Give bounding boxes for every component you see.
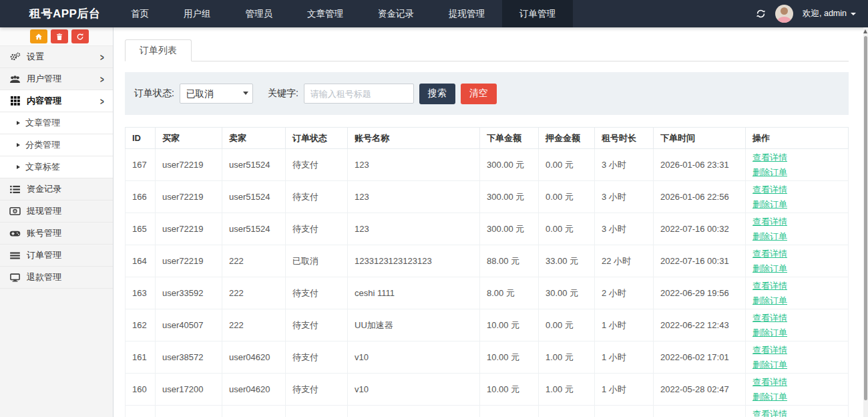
- delete-order-link[interactable]: 删除订单: [752, 229, 841, 243]
- scrollbar-thumb[interactable]: [864, 36, 867, 400]
- view-detail-link[interactable]: 查看详情: [752, 247, 841, 261]
- cell-amount: 10.00 元: [480, 374, 539, 406]
- view-detail-link[interactable]: 查看详情: [752, 375, 841, 389]
- top-navbar: 租号APP后台 首页 用户组 管理员 文章管理 资金记录 提现管理 订单管理: [0, 0, 868, 27]
- sidebar-item-article-management[interactable]: 文章管理: [0, 112, 113, 134]
- cell-deposit: 30.00 元: [539, 277, 595, 309]
- cell-status: 待支付: [286, 213, 348, 245]
- cell-status: 待支付: [286, 277, 348, 309]
- sidebar-item-order-management[interactable]: 订单管理: [0, 245, 113, 267]
- clear-button[interactable]: 清空: [461, 84, 497, 104]
- trash-button[interactable]: [51, 29, 68, 43]
- sidebar-item-label: 文章管理: [25, 117, 60, 129]
- user-menu[interactable]: 欢迎, admin: [803, 8, 856, 19]
- keyword-label: 关键字:: [268, 88, 298, 100]
- cell-account: 123: [348, 149, 480, 181]
- nav-item-admins[interactable]: 管理员: [228, 0, 290, 27]
- recycle-button[interactable]: [71, 29, 89, 43]
- sidebar-item-account-management[interactable]: 账号管理: [0, 223, 113, 245]
- cell-buyer: user72219: [156, 245, 222, 277]
- view-detail-link[interactable]: 查看详情: [752, 215, 841, 229]
- keyword-input[interactable]: [304, 84, 414, 104]
- cell-time: 2022-07-16 00:31: [654, 245, 746, 277]
- nav-item-funds[interactable]: 资金记录: [361, 0, 431, 27]
- cell-actions: 查看详情 删除订单: [746, 406, 849, 417]
- cell-buyer: [156, 406, 222, 417]
- cell-id: 161: [126, 341, 156, 374]
- cell-seller: 222: [222, 277, 286, 309]
- view-detail-link[interactable]: 查看详情: [752, 150, 841, 164]
- cell-account: 123: [348, 181, 480, 213]
- avatar[interactable]: [775, 5, 793, 23]
- nav-item-user-groups[interactable]: 用户组: [166, 0, 228, 27]
- delete-order-link[interactable]: 删除订单: [752, 293, 841, 307]
- table-row: 162 user40507 222 待支付 UU加速器 10.00 元 0.00…: [126, 309, 849, 341]
- cell-status: 待支付: [286, 341, 348, 374]
- view-detail-link[interactable]: 查看详情: [752, 343, 841, 357]
- cell-deposit: 33.00 元: [539, 245, 595, 277]
- cell-buyer: user38572: [156, 341, 222, 374]
- order-status-select[interactable]: 已取消: [180, 84, 253, 104]
- view-detail-link[interactable]: 查看详情: [752, 407, 841, 417]
- sidebar-menu: 设置 > 用户管理 >: [0, 46, 113, 289]
- col-header-deposit: 押金金额: [539, 128, 595, 149]
- scroll-up-arrow-icon[interactable]: [863, 29, 867, 33]
- desktop-icon: [9, 273, 21, 282]
- cell-amount: [480, 406, 539, 417]
- col-header-actions: 操作: [746, 128, 849, 149]
- scrollbar[interactable]: [863, 27, 868, 417]
- cell-actions: 查看详情 删除订单: [746, 245, 849, 277]
- cell-seller: user51524: [222, 149, 286, 181]
- nav-item-orders[interactable]: 订单管理: [502, 0, 573, 27]
- cell-duration: 1 小时: [595, 341, 654, 374]
- col-header-account: 账号名称: [348, 128, 480, 149]
- delete-order-link[interactable]: 删除订单: [752, 197, 841, 211]
- delete-order-link[interactable]: 删除订单: [752, 358, 841, 372]
- cell-id: 162: [126, 309, 156, 341]
- delete-order-link[interactable]: 删除订单: [752, 261, 841, 275]
- sidebar-item-content-management[interactable]: 内容管理 >: [0, 90, 113, 112]
- home-button[interactable]: [30, 29, 47, 43]
- search-button[interactable]: 搜索: [419, 84, 455, 104]
- cell-amount: 88.00 元: [480, 245, 539, 277]
- cell-buyer: user40507: [156, 309, 222, 341]
- cell-buyer: user72219: [156, 213, 222, 245]
- refresh-icon[interactable]: [756, 9, 766, 19]
- sidebar-item-settings[interactable]: 设置 >: [0, 46, 113, 68]
- cell-time: 2026-01-06 23:31: [654, 149, 746, 181]
- tab-order-list[interactable]: 订单列表: [125, 39, 192, 61]
- sidebar-item-article-tags[interactable]: 文章标签: [0, 156, 113, 178]
- nav-item-withdrawals[interactable]: 提现管理: [431, 0, 502, 27]
- table-row: 160 user17200 user04620 待支付 v10 10.00 元 …: [126, 374, 849, 406]
- cell-id: 164: [126, 245, 156, 277]
- cell-amount: 300.00 元: [480, 181, 539, 213]
- chevron-right-icon: >: [100, 73, 104, 84]
- sidebar-item-category-management[interactable]: 分类管理: [0, 134, 113, 156]
- cell-duration: 3 小时: [595, 149, 654, 181]
- orders-table-wrap: ID 买家 卖家 订单状态 账号名称 下单金额 押金金额 租号时长 下单时间 操…: [125, 127, 849, 417]
- view-detail-link[interactable]: 查看详情: [752, 279, 841, 293]
- chevron-right-icon: >: [100, 95, 104, 106]
- delete-order-link[interactable]: 删除订单: [752, 165, 841, 179]
- view-detail-link[interactable]: 查看详情: [752, 311, 841, 325]
- gears-icon: [9, 52, 21, 61]
- cell-seller: user04620: [222, 341, 286, 374]
- table-row: 166 user72219 user51524 待支付 123 300.00 元…: [126, 181, 849, 213]
- sidebar-item-user-management[interactable]: 用户管理 >: [0, 68, 113, 90]
- cell-seller: [222, 406, 286, 417]
- cell-buyer: user17200: [156, 374, 222, 406]
- sidebar-item-label: 设置: [27, 51, 44, 63]
- sidebar-item-fund-records[interactable]: 资金记录: [0, 178, 113, 200]
- cell-time: 2022-06-02 17:01: [654, 341, 746, 374]
- sidebar-item-withdrawal-management[interactable]: 提现管理: [0, 200, 113, 223]
- cell-actions: 查看详情 删除订单: [746, 213, 849, 245]
- view-detail-link[interactable]: 查看详情: [752, 182, 841, 196]
- sidebar-item-label: 提现管理: [27, 205, 61, 217]
- nav-item-articles[interactable]: 文章管理: [290, 0, 361, 27]
- money-icon: [9, 207, 21, 215]
- sidebar-item-refund-management[interactable]: 退款管理: [0, 267, 113, 289]
- delete-order-link[interactable]: 删除订单: [752, 325, 841, 339]
- cell-deposit: 0.00 元: [539, 309, 595, 341]
- delete-order-link[interactable]: 删除订单: [752, 390, 841, 404]
- nav-item-home[interactable]: 首页: [114, 0, 166, 27]
